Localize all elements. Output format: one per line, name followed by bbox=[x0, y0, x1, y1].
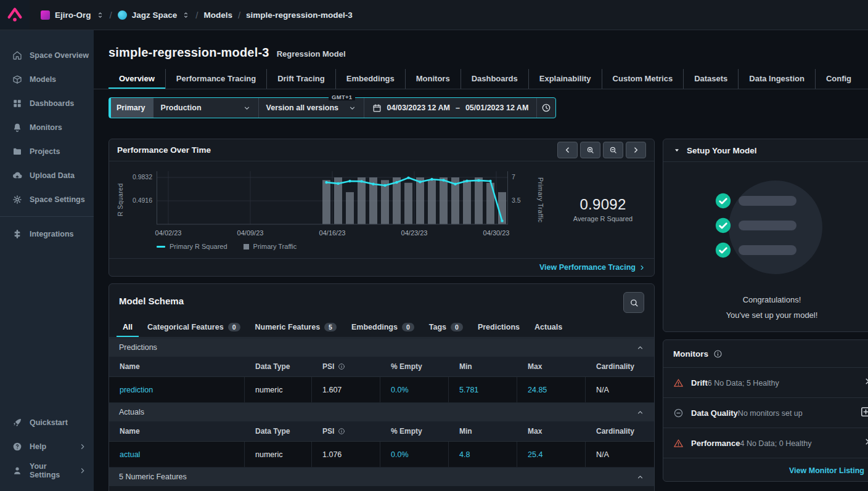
cell-min: 5.781 bbox=[449, 377, 517, 402]
chart-pan-left-button[interactable] bbox=[557, 142, 578, 158]
view-performance-tracing-link[interactable]: View Performance Tracing bbox=[539, 263, 645, 272]
circle-minus-icon bbox=[673, 408, 684, 418]
section-title: Predictions bbox=[119, 343, 157, 352]
tab-datasets[interactable]: Datasets bbox=[683, 69, 738, 89]
schema-tab-categorical-features[interactable]: Categorical Features0 bbox=[141, 319, 247, 337]
chart-zoom-out-button[interactable] bbox=[603, 142, 623, 158]
column-header-empty: % Empty bbox=[391, 427, 459, 436]
legend-item-primary-r-squared[interactable]: Primary R Squared bbox=[157, 243, 227, 250]
tab-explainability[interactable]: Explainability bbox=[528, 69, 602, 89]
cell-name[interactable]: prediction bbox=[109, 377, 245, 402]
cell-name[interactable]: actual bbox=[109, 442, 245, 467]
monitor-text: Drift6 No Data; 5 Healthy bbox=[691, 377, 779, 388]
tab-embeddings[interactable]: Embeddings bbox=[335, 69, 405, 89]
sidebar-item-upload-data[interactable]: Upload Data bbox=[0, 163, 94, 187]
sidebar-item-monitors[interactable]: Monitors bbox=[0, 115, 94, 139]
schema-tab-all[interactable]: All bbox=[117, 319, 139, 337]
chart-zoom-in-button[interactable] bbox=[580, 142, 600, 158]
link-label: View Monitor Listing bbox=[789, 466, 864, 475]
info-icon[interactable] bbox=[713, 349, 723, 359]
breadcrumb-separator: / bbox=[195, 10, 198, 20]
date-range-picker[interactable]: 04/03/2023 12 AM – 05/01/2023 12 AM bbox=[364, 98, 537, 118]
chevron-right-icon bbox=[639, 264, 645, 271]
monitor-chevron[interactable] bbox=[863, 437, 868, 448]
performance-chart-plot[interactable] bbox=[157, 171, 508, 225]
sidebar-item-dashboards[interactable]: Dashboards bbox=[0, 91, 94, 115]
schema-tab-label: Categorical Features bbox=[147, 323, 224, 331]
info-icon[interactable] bbox=[338, 363, 345, 370]
view-monitor-listing-link[interactable]: View Monitor Listing bbox=[789, 466, 868, 475]
monitor-chevron[interactable] bbox=[863, 377, 868, 388]
sidebar-item-projects[interactable]: Projects bbox=[0, 139, 94, 163]
monitor-row-drift[interactable]: Drift6 No Data; 5 Healthy bbox=[663, 368, 868, 398]
schema-tab-badge: 0 bbox=[451, 323, 463, 331]
sidebar-item-label: Integrations bbox=[30, 230, 74, 238]
congrats-line: Congratulations! bbox=[663, 293, 868, 308]
sidebar-item-space-overview[interactable]: Space Overview bbox=[0, 43, 94, 67]
org-selector[interactable]: Ejiro-Org bbox=[41, 10, 104, 20]
sidebar-item-quickstart[interactable]: Quickstart bbox=[0, 410, 94, 434]
column-header-empty: % Empty bbox=[391, 362, 459, 371]
version-select[interactable]: Version all versions bbox=[259, 98, 364, 118]
cell-cardinality: N/A bbox=[586, 442, 654, 467]
sidebar-item-your-settings[interactable]: Your Settings bbox=[0, 458, 94, 482]
cell-psi: 1.607 bbox=[312, 377, 380, 402]
schema-tab-numeric-features[interactable]: Numeric Features5 bbox=[249, 319, 343, 337]
sidebar-footer: QuickstartHelpYour Settings bbox=[0, 410, 94, 482]
space-selector[interactable]: Jagz Space bbox=[118, 10, 190, 20]
chart-pan-right-button[interactable] bbox=[626, 142, 646, 158]
schema-tab-label: Embeddings bbox=[351, 323, 398, 331]
tab-overview[interactable]: Overview bbox=[108, 69, 165, 89]
sidebar-item-space-settings[interactable]: Space Settings bbox=[0, 187, 94, 211]
tab-drift-tracing[interactable]: Drift Tracing bbox=[266, 69, 335, 89]
cell-max: 24.85 bbox=[517, 377, 586, 402]
tab-config[interactable]: Config bbox=[815, 69, 862, 89]
schema-section-predictions[interactable]: Predictions bbox=[109, 338, 654, 357]
checklist-bar bbox=[739, 196, 796, 206]
right-axis-tick: 3.5 bbox=[512, 197, 521, 204]
schema-search-button[interactable] bbox=[623, 292, 644, 313]
tab-performance-tracing[interactable]: Performance Tracing bbox=[165, 69, 266, 89]
add-monitor-button[interactable] bbox=[860, 406, 868, 420]
column-header-psi: PSI bbox=[322, 427, 391, 436]
arize-logo[interactable] bbox=[0, 0, 30, 30]
cell-data_type: numeric bbox=[245, 377, 312, 402]
schema-tab-predictions[interactable]: Predictions bbox=[472, 319, 526, 337]
tab-dashboards[interactable]: Dashboards bbox=[461, 69, 528, 89]
time-history-button[interactable] bbox=[537, 98, 555, 118]
column-header-max: Max bbox=[528, 362, 596, 371]
average-metric: 0.9092 Average R Squared bbox=[557, 196, 649, 222]
environment-select[interactable]: Production bbox=[154, 98, 258, 118]
breadcrumb-model-name: simple-regression-model-3 bbox=[246, 10, 353, 20]
check-circle-icon bbox=[715, 242, 731, 258]
left-axis-tick: 0.4916 bbox=[125, 197, 152, 204]
date-end: 05/01/2023 12 AM bbox=[465, 103, 528, 112]
sidebar-item-integrations[interactable]: Integrations bbox=[0, 222, 94, 246]
tab-custom-metrics[interactable]: Custom Metrics bbox=[602, 69, 684, 89]
monitor-row-data-quality[interactable]: Data QualityNo monitors set up bbox=[663, 398, 868, 428]
monitor-text: Data QualityNo monitors set up bbox=[691, 407, 803, 418]
caret-down-icon[interactable] bbox=[673, 147, 681, 154]
tab-data-ingestion[interactable]: Data Ingestion bbox=[738, 69, 815, 89]
legend-item-primary-traffic[interactable]: Primary Traffic bbox=[244, 243, 297, 250]
checklist-row bbox=[715, 242, 796, 258]
schema-tab-tags[interactable]: Tags0 bbox=[423, 319, 469, 337]
section-title: Actuals bbox=[119, 408, 144, 416]
schema-section-actuals[interactable]: Actuals bbox=[109, 402, 654, 421]
schema-tab-actuals[interactable]: Actuals bbox=[528, 319, 568, 337]
checklist-rows bbox=[715, 193, 796, 258]
info-icon[interactable] bbox=[338, 428, 345, 435]
sidebar-item-help[interactable]: Help bbox=[0, 434, 94, 458]
schema-tab-badge: 0 bbox=[228, 323, 240, 331]
schema-section-5-numeric-features[interactable]: 5 Numeric Features bbox=[109, 467, 654, 486]
monitor-row-performance[interactable]: Performance4 No Data; 0 Healthy bbox=[663, 428, 868, 458]
legend-bar-swatch bbox=[244, 244, 249, 250]
tab-monitors[interactable]: Monitors bbox=[405, 69, 461, 89]
date-start: 04/03/2023 12 AM bbox=[387, 103, 450, 112]
schema-tab-embeddings[interactable]: Embeddings0 bbox=[345, 319, 420, 337]
schema-tab-label: Predictions bbox=[478, 323, 520, 331]
sidebar-item-models[interactable]: Models bbox=[0, 67, 94, 91]
breadcrumb-models-link[interactable]: Models bbox=[203, 10, 232, 20]
breadcrumb: Ejiro-Org / Jagz Space / Models / simple… bbox=[41, 10, 353, 20]
monitor-name: Performance bbox=[691, 439, 740, 448]
